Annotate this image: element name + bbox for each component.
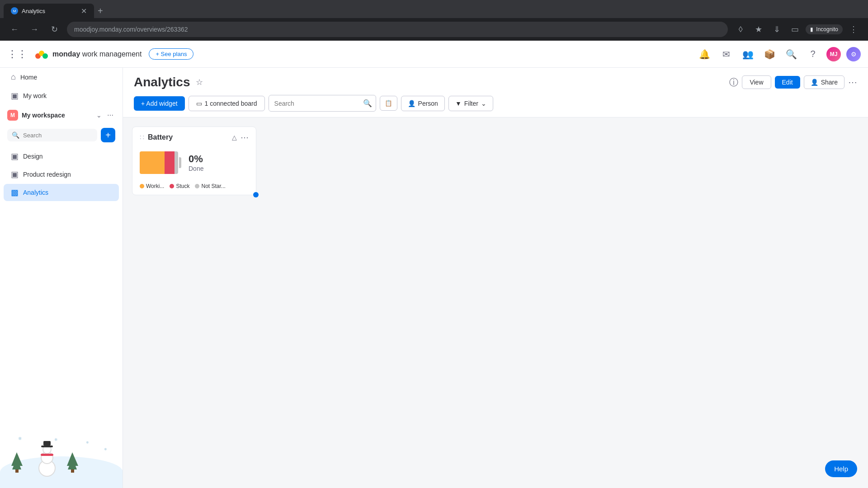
- workspace-avatar: M: [7, 110, 18, 121]
- connected-board-button[interactable]: ▭ 1 connected board: [189, 96, 265, 111]
- tab-close-button[interactable]: ✕: [81, 7, 87, 15]
- sidebar-design-label: Design: [23, 153, 43, 160]
- snowman-decoration: ❄ ❄ ❄ ❄: [0, 434, 123, 488]
- connected-board-icon: ▭: [196, 100, 202, 107]
- design-board-icon: ▣: [11, 151, 19, 161]
- toolbar-row: + Add widget ▭ 1 connected board 🔍 📋 👤 P…: [134, 95, 857, 117]
- add-widget-button[interactable]: + Add widget: [134, 96, 185, 111]
- sidebar-add-button[interactable]: +: [101, 128, 115, 142]
- widget-filter-icon[interactable]: △: [232, 134, 237, 141]
- address-bar[interactable]: moodjoy.monday.com/overviews/263362: [67, 22, 728, 37]
- sidebar-mywork-label: My work: [23, 92, 47, 99]
- marketplace-icon[interactable]: 📦: [761, 46, 778, 62]
- app-grid-icon[interactable]: ⋮⋮: [7, 48, 27, 60]
- profile-icon[interactable]: ▭: [788, 22, 802, 37]
- filter-button[interactable]: ▼ Filter ⌄: [448, 96, 493, 111]
- battery-bar: [140, 151, 178, 174]
- battery-bar-container: [140, 151, 181, 174]
- sidebar: ⌂ Home ▣ My work M My workspace ⌄ ⋯ 🔍 + …: [0, 68, 123, 488]
- widget-resize-handle[interactable]: [253, 192, 259, 197]
- battery-widget: ∷ Battery △ ⋯ 0%: [132, 127, 256, 195]
- workspace-header[interactable]: M My workspace ⌄ ⋯: [0, 105, 123, 125]
- help-button[interactable]: Help: [825, 460, 857, 477]
- dashboard-area: ∷ Battery △ ⋯ 0%: [123, 117, 868, 204]
- download-icon[interactable]: ⇓: [769, 22, 784, 37]
- sidebar-product-redesign-label: Product redesign: [23, 171, 71, 178]
- more-options-button[interactable]: ⋯: [848, 77, 857, 88]
- search-icon[interactable]: 🔍: [783, 46, 799, 62]
- favorite-star-icon[interactable]: ☆: [196, 77, 203, 87]
- top-nav-right: 🔔 ✉ 👥 📦 🔍 ? MJ ⚙: [696, 46, 861, 62]
- person-button[interactable]: 👤 Person: [401, 96, 445, 111]
- people-icon[interactable]: 👥: [740, 46, 756, 62]
- search-filter-icon: 🔍: [359, 95, 376, 111]
- notifications-icon[interactable]: 🔔: [696, 46, 712, 62]
- share-label: Share: [821, 79, 838, 86]
- workspace-name: My workspace: [22, 112, 91, 119]
- bar-working: [140, 151, 165, 174]
- menu-icon[interactable]: ⋮: [846, 22, 861, 37]
- legend-dot-not-started: [195, 184, 199, 188]
- battery-stats: 0% Done: [189, 153, 203, 172]
- new-tab-button[interactable]: +: [94, 6, 107, 16]
- product-redesign-icon: ▣: [11, 169, 19, 179]
- logo-area: monday work management: [34, 47, 142, 61]
- page-title: Analytics: [134, 75, 190, 89]
- page-title-row: Analytics ☆ ⓘ View Edit 👤 Share ⋯: [134, 75, 857, 89]
- sidebar-item-product-redesign[interactable]: ▣ Product redesign: [4, 166, 119, 183]
- bookmark-icon[interactable]: ★: [751, 22, 766, 37]
- page-help-icon[interactable]: ⓘ: [729, 76, 738, 89]
- back-button[interactable]: ←: [7, 22, 22, 37]
- workspace-chevron-button[interactable]: ⌄: [94, 111, 104, 120]
- sidebar-search-input[interactable]: [23, 132, 93, 139]
- user-avatar[interactable]: MJ: [826, 47, 841, 61]
- sidebar-boards: ▣ Design ▣ Product redesign ▩ Analytics: [0, 145, 123, 204]
- toolbar-icons: ◊ ★ ⇓ ▭ ▮ Incognito ⋮: [733, 22, 861, 37]
- see-plans-button[interactable]: + See plans: [149, 48, 193, 60]
- main-content: Analytics ☆ ⓘ View Edit 👤 Share ⋯ + Add …: [123, 68, 868, 488]
- view-button[interactable]: View: [742, 75, 771, 89]
- legend-stuck-label: Stuck: [176, 183, 189, 189]
- widget-drag-handle[interactable]: ∷: [140, 133, 144, 142]
- edit-button[interactable]: Edit: [775, 76, 800, 89]
- share-button[interactable]: 👤 Share: [804, 75, 844, 89]
- settings-icon[interactable]: ⚙: [846, 47, 861, 61]
- widget-legend: Worki... Stuck Not Star...: [132, 179, 256, 195]
- url-text: moodjoy.monday.com/overviews/263362: [74, 26, 188, 33]
- browser-tabs: M Analytics ✕ +: [0, 0, 868, 18]
- sidebar-home-label: Home: [20, 74, 37, 81]
- svg-point-2: [42, 53, 48, 59]
- filter-chevron-icon: ⌄: [481, 100, 486, 107]
- sidebar-item-analytics[interactable]: ▩ Analytics: [4, 184, 119, 201]
- search-filter[interactable]: 🔍: [269, 95, 376, 112]
- tree-left: [11, 452, 23, 474]
- inbox-icon[interactable]: ✉: [718, 46, 734, 62]
- browser-tab-active[interactable]: M Analytics ✕: [4, 4, 94, 18]
- legend-dot-working: [140, 184, 144, 188]
- sidebar-search-box[interactable]: 🔍: [7, 129, 97, 141]
- sidebar-item-home[interactable]: ⌂ Home: [4, 69, 119, 85]
- sidebar-search-icon: 🔍: [12, 131, 19, 139]
- tab-title: Analytics: [22, 8, 45, 14]
- search-input[interactable]: [269, 96, 359, 111]
- extensions-icon[interactable]: ◊: [733, 22, 748, 37]
- logo-text: monday work management: [52, 50, 142, 58]
- sidebar-item-design[interactable]: ▣ Design: [4, 148, 119, 165]
- analytics-icon: ▩: [11, 188, 19, 197]
- monday-logo: [34, 47, 49, 61]
- forward-button[interactable]: →: [27, 22, 42, 37]
- widget-more-button[interactable]: ⋯: [241, 132, 249, 142]
- top-nav: ⋮⋮ monday work management + See plans 🔔 …: [0, 41, 868, 68]
- snowflake-2: ❄: [86, 441, 89, 445]
- workspace-more-button[interactable]: ⋯: [105, 111, 115, 120]
- help-icon[interactable]: ?: [805, 46, 821, 62]
- bar-stuck: [165, 151, 175, 174]
- clipboard-button[interactable]: 📋: [380, 96, 397, 111]
- sidebar-item-mywork[interactable]: ▣ My work: [4, 87, 119, 104]
- legend-dot-stuck: [170, 184, 174, 188]
- reload-button[interactable]: ↻: [47, 22, 61, 37]
- widget-title: Battery: [148, 133, 228, 141]
- person-icon: 👤: [408, 100, 415, 107]
- mywork-icon: ▣: [11, 91, 19, 101]
- tab-favicon: M: [11, 7, 18, 14]
